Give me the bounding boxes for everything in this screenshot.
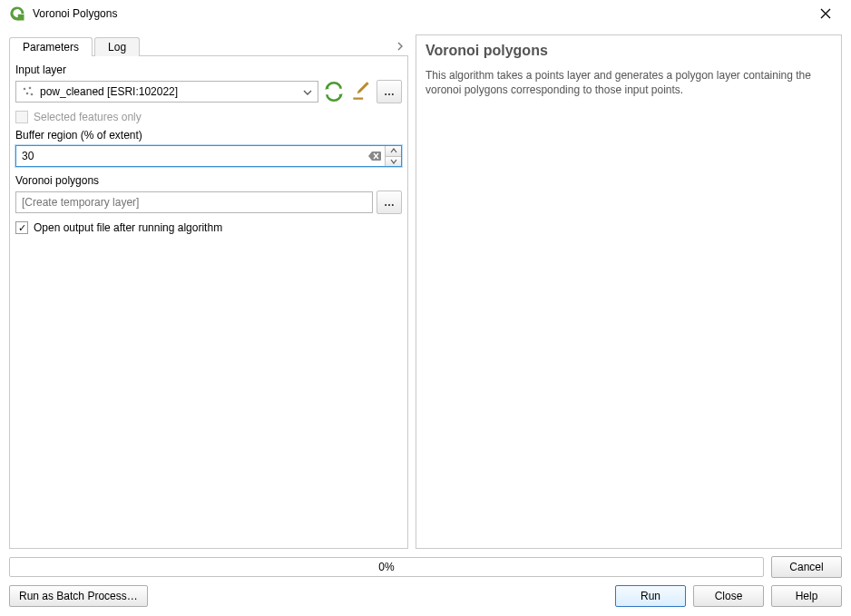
svg-point-2 bbox=[29, 87, 32, 90]
spin-buttons bbox=[385, 146, 401, 166]
help-text: This algorithm takes a points layer and … bbox=[426, 68, 832, 97]
output-label: Voronoi polygons bbox=[15, 174, 402, 187]
open-output-label: Open output file after running algorithm bbox=[34, 221, 222, 234]
tab-parameters[interactable]: Parameters bbox=[9, 37, 93, 56]
input-layer-row: pow_cleaned [ESRI:102022] … bbox=[15, 80, 402, 103]
help-button[interactable]: Help bbox=[771, 585, 842, 607]
run-batch-label: Run as Batch Process… bbox=[19, 590, 138, 602]
run-label: Run bbox=[641, 590, 660, 602]
tab-log[interactable]: Log bbox=[94, 37, 140, 56]
browse-output-button[interactable]: … bbox=[377, 191, 402, 214]
cancel-label: Cancel bbox=[789, 561, 823, 573]
help-label: Help bbox=[796, 590, 818, 602]
window-close-button[interactable] bbox=[807, 1, 844, 26]
svg-point-1 bbox=[24, 88, 26, 91]
qgis-app-icon bbox=[9, 5, 25, 22]
advanced-options-button[interactable] bbox=[349, 80, 373, 103]
ellipsis-icon: … bbox=[384, 85, 395, 98]
tab-log-label: Log bbox=[108, 41, 126, 54]
svg-point-4 bbox=[31, 93, 34, 96]
close-label: Close bbox=[715, 590, 743, 602]
ellipsis-icon: … bbox=[384, 196, 395, 209]
input-layer-label: Input layer bbox=[15, 64, 402, 76]
tab-parameters-label: Parameters bbox=[23, 41, 79, 54]
collapse-help-icon[interactable] bbox=[392, 38, 408, 54]
help-panel: Voronoi polygons This algorithm takes a … bbox=[416, 34, 842, 549]
tab-bar: Parameters Log bbox=[9, 34, 408, 56]
output-row: … bbox=[15, 191, 402, 214]
dialog-content: Parameters Log Input layer pow_cleaned [… bbox=[0, 27, 851, 552]
buffer-region-input-wrap bbox=[15, 145, 402, 167]
parameters-body: Input layer pow_cleaned [ESRI:102022] bbox=[9, 56, 408, 549]
buttons-row: Run as Batch Process… Run Close Help bbox=[9, 585, 842, 607]
help-title: Voronoi polygons bbox=[426, 43, 832, 59]
iterate-button[interactable] bbox=[322, 80, 346, 103]
browse-input-button[interactable]: … bbox=[377, 80, 402, 103]
titlebar: Voronoi Polygons bbox=[0, 0, 851, 27]
spin-up-button[interactable] bbox=[386, 146, 401, 157]
svg-point-3 bbox=[26, 93, 29, 95]
open-output-row: Open output file after running algorithm bbox=[15, 221, 402, 234]
input-layer-value: pow_cleaned [ESRI:102022] bbox=[40, 85, 301, 98]
selected-features-checkbox bbox=[15, 111, 28, 123]
open-output-checkbox[interactable] bbox=[15, 221, 28, 234]
progress-row: 0% Cancel bbox=[9, 556, 842, 578]
selected-features-label: Selected features only bbox=[34, 111, 142, 123]
buffer-region-label: Buffer region (% of extent) bbox=[15, 129, 402, 142]
left-panel: Parameters Log Input layer pow_cleaned [… bbox=[9, 34, 408, 549]
footer: 0% Cancel Run as Batch Process… Run Clos… bbox=[0, 552, 851, 616]
progress-text: 0% bbox=[378, 561, 394, 573]
input-layer-combo[interactable]: pow_cleaned [ESRI:102022] bbox=[15, 81, 318, 103]
clear-value-icon[interactable] bbox=[365, 146, 385, 166]
window-title: Voronoi Polygons bbox=[33, 7, 807, 20]
run-batch-button[interactable]: Run as Batch Process… bbox=[9, 585, 148, 607]
buffer-region-input[interactable] bbox=[16, 146, 365, 166]
selected-features-row: Selected features only bbox=[15, 111, 402, 123]
progress-bar: 0% bbox=[9, 557, 764, 577]
points-layer-icon bbox=[22, 85, 34, 98]
output-path-input[interactable] bbox=[15, 191, 373, 213]
svg-rect-0 bbox=[18, 15, 24, 21]
cancel-button[interactable]: Cancel bbox=[771, 556, 842, 578]
run-button[interactable]: Run bbox=[615, 585, 686, 607]
close-button[interactable]: Close bbox=[693, 585, 764, 607]
chevron-down-icon bbox=[301, 85, 314, 98]
spin-down-button[interactable] bbox=[386, 157, 401, 167]
